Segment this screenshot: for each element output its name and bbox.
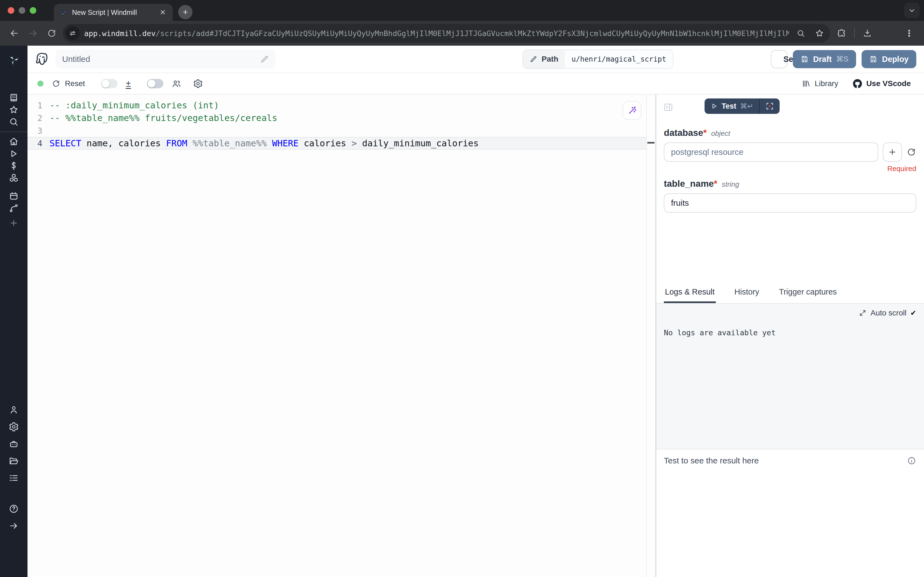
- sidebar-item-favorites[interactable]: [5, 104, 23, 116]
- tab-logs-result[interactable]: Logs & Result: [664, 283, 716, 303]
- reset-button[interactable]: Reset: [52, 79, 85, 88]
- script-summary-input[interactable]: Untitled: [56, 50, 275, 68]
- sidebar-item-schedules[interactable]: [5, 190, 23, 202]
- panel-tabs: Logs & Result History Trigger captures: [656, 283, 924, 304]
- forward-button[interactable]: [25, 26, 41, 41]
- auto-scroll-label: Auto scroll: [870, 309, 906, 318]
- path-chip[interactable]: Path u/henri/magical_script: [523, 50, 673, 69]
- library-button[interactable]: Library: [802, 79, 839, 88]
- chevron-down-icon: [908, 6, 916, 14]
- url-text: app.windmill.dev/scripts/add#JTdCJTIyaGF…: [84, 29, 789, 38]
- plus-icon: [888, 148, 897, 156]
- refresh-resources-button[interactable]: [906, 147, 916, 157]
- back-button[interactable]: [6, 26, 22, 41]
- table-name-input[interactable]: fruits: [664, 193, 916, 213]
- editor-toolbar: Reset ± Library Use VScode: [27, 73, 924, 95]
- settings-button[interactable]: Settings: [771, 50, 787, 68]
- tab-close-icon[interactable]: ✕: [158, 8, 167, 17]
- bookmark-star-icon[interactable]: [812, 28, 827, 38]
- database-resource-select[interactable]: postgresql resource: [664, 142, 878, 162]
- refresh-icon: [906, 147, 916, 157]
- magic-wand-icon: [627, 105, 637, 116]
- tab-history[interactable]: History: [733, 283, 760, 303]
- sidebar-item-flows[interactable]: [5, 202, 23, 214]
- close-window-button[interactable]: [8, 7, 14, 14]
- code-text: SELECT name, calories FROM %%table_name%…: [50, 138, 479, 148]
- logs-empty-message: No logs are available yet: [664, 328, 916, 337]
- code-line-3[interactable]: 3: [27, 124, 646, 137]
- maximize-window-button[interactable]: [30, 7, 36, 14]
- multiplayer-icon: [172, 79, 182, 89]
- line-number: 4: [27, 139, 50, 148]
- code-line-4[interactable]: 4SELECT name, calories FROM %%table_name…: [27, 137, 646, 150]
- result-panel: Test to see the result here: [656, 449, 924, 577]
- window-controls: [0, 0, 42, 21]
- vscode-label: Use VScode: [866, 79, 911, 88]
- code-text: -- :daily_minimum_calories (int): [50, 100, 219, 111]
- sidebar-item-users[interactable]: [5, 401, 23, 418]
- sidebar-item-audit-logs[interactable]: [5, 470, 23, 486]
- sidebar-item-workers[interactable]: [5, 436, 23, 452]
- use-vscode-button[interactable]: Use VScode: [853, 79, 911, 89]
- refresh-icon: [52, 79, 61, 88]
- add-resource-button[interactable]: [883, 142, 902, 162]
- path-value: u/henri/magical_script: [565, 50, 673, 68]
- browser-menu-icon[interactable]: [901, 29, 918, 38]
- sidebar-item-help[interactable]: [5, 501, 23, 517]
- play-icon: [711, 103, 718, 110]
- auto-scroll-control[interactable]: Auto scroll ✔: [664, 309, 916, 318]
- zoom-page-icon[interactable]: [794, 29, 808, 38]
- profile-avatar[interactable]: [881, 26, 895, 40]
- editor-settings-icon[interactable]: [193, 79, 203, 89]
- site-settings-icon[interactable]: [66, 26, 80, 40]
- test-label: Test: [721, 102, 736, 111]
- extensions-icon[interactable]: [833, 28, 850, 38]
- edit-pencil-icon: [260, 55, 269, 63]
- reload-button[interactable]: [44, 26, 60, 41]
- code-line-2[interactable]: 2-- %%table_name%% fruits/vegetables/cer…: [27, 112, 646, 124]
- address-bar[interactable]: app.windmill.dev/scripts/add#JTdCJTIyaGF…: [63, 24, 830, 43]
- draft-shortcut: ⌘S: [836, 55, 848, 63]
- postgresql-icon: [34, 52, 49, 66]
- diff-icon: ±: [126, 79, 131, 89]
- collapse-panel-icon[interactable]: [663, 102, 674, 113]
- ai-assistant-button[interactable]: [623, 101, 641, 120]
- save-icon: [869, 55, 877, 63]
- sidebar-item-home[interactable]: [5, 136, 23, 147]
- test-button[interactable]: Test ⌘↵: [705, 98, 780, 114]
- downloads-icon[interactable]: [859, 28, 876, 38]
- sidebar-item-settings[interactable]: [5, 419, 23, 435]
- sidebar-item-variables[interactable]: [5, 160, 23, 172]
- new-tab-button[interactable]: +: [178, 5, 193, 19]
- code-editor[interactable]: 1-- :daily_minimum_calories (int)2-- %%t…: [27, 95, 655, 577]
- sidebar-item-resources[interactable]: [5, 172, 23, 184]
- browser-tab[interactable]: New Script | Windmill ✕: [54, 4, 173, 21]
- tab-trigger-captures[interactable]: Trigger captures: [778, 283, 838, 303]
- windmill-logo[interactable]: [6, 49, 21, 71]
- sidebar-expand-icon[interactable]: [5, 517, 23, 534]
- app-sidebar: [0, 46, 27, 577]
- tab-strip: New Script | Windmill ✕ +: [0, 0, 924, 21]
- sidebar-item-runs[interactable]: [5, 148, 23, 160]
- code-line-1[interactable]: 1-- :daily_minimum_calories (int): [27, 99, 646, 112]
- multiplayer-toggle[interactable]: [147, 79, 163, 88]
- diff-toggle[interactable]: [101, 79, 118, 88]
- sidebar-item-add[interactable]: [5, 217, 23, 229]
- sidebar-item-search[interactable]: [5, 116, 23, 127]
- reset-label: Reset: [65, 79, 85, 88]
- database-placeholder: postgresql resource: [671, 147, 743, 157]
- deploy-button[interactable]: Deploy: [861, 50, 916, 68]
- field-name-table-name: table_name*: [664, 179, 717, 189]
- tab-search-button[interactable]: [904, 3, 919, 18]
- draft-button[interactable]: Draft ⌘S: [793, 50, 856, 68]
- minimize-window-button[interactable]: [19, 7, 25, 14]
- code-text: -- %%table_name%% fruits/vegetables/cere…: [50, 113, 277, 123]
- sidebar-item-workspace[interactable]: [5, 92, 23, 103]
- sidebar-item-folders[interactable]: [5, 453, 23, 469]
- draft-label: Draft: [813, 55, 832, 64]
- watch-mode-icon[interactable]: [760, 98, 780, 114]
- info-icon[interactable]: [907, 456, 916, 465]
- save-icon: [800, 55, 809, 63]
- line-number: 2: [27, 113, 50, 123]
- deploy-label: Deploy: [882, 55, 909, 64]
